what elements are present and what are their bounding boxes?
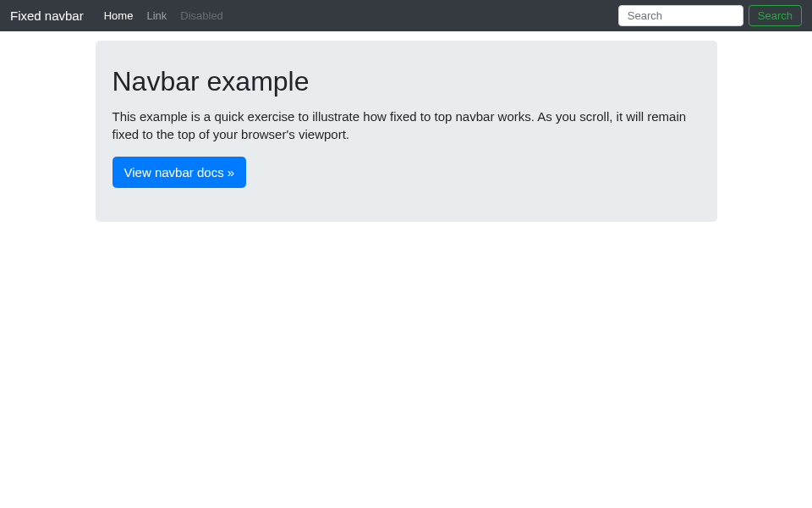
navbar-brand[interactable]: Fixed navbar xyxy=(10,8,84,23)
nav-link-home[interactable]: Home xyxy=(97,9,140,22)
navbar: Fixed navbar Home Link Disabled Search xyxy=(0,0,812,31)
navbar-left: Fixed navbar Home Link Disabled xyxy=(10,8,230,23)
nav-link-link[interactable]: Link xyxy=(140,9,173,22)
navbar-right: Search xyxy=(618,5,802,26)
page-description: This example is a quick exercise to illu… xyxy=(112,108,700,143)
nav-link-disabled: Disabled xyxy=(173,9,230,22)
main-container: Navbar example This example is a quick e… xyxy=(0,0,812,222)
page-title: Navbar example xyxy=(112,66,700,97)
search-button[interactable]: Search xyxy=(749,5,802,26)
nav-links: Home Link Disabled xyxy=(97,9,230,22)
search-input[interactable] xyxy=(618,5,743,26)
view-docs-button[interactable]: View navbar docs » xyxy=(112,157,247,188)
jumbotron: Navbar example This example is a quick e… xyxy=(96,41,717,222)
